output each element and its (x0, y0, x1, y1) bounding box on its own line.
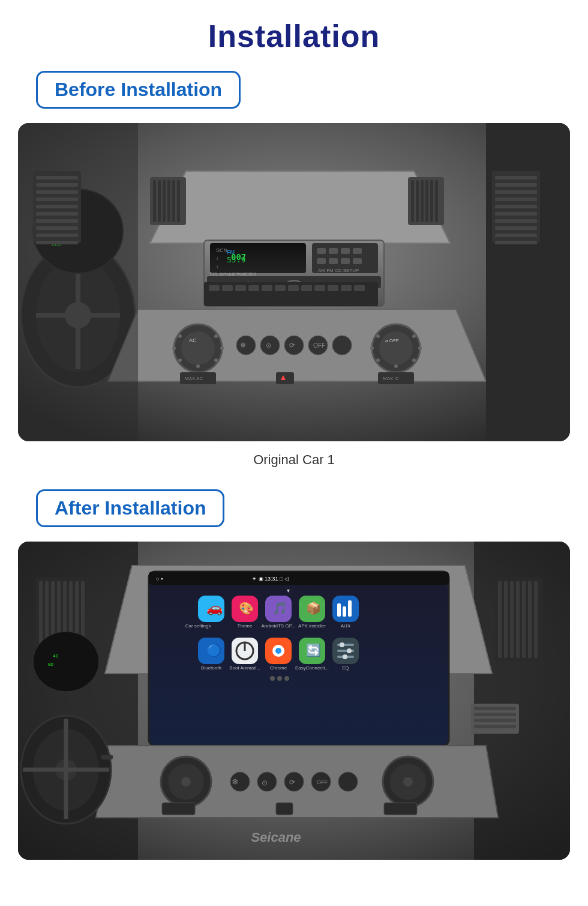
svg-rect-97 (486, 123, 570, 441)
svg-point-67 (196, 364, 200, 368)
svg-text:80: 80 (48, 662, 53, 667)
svg-text:Chrome: Chrome (270, 665, 287, 671)
svg-rect-38 (317, 258, 326, 264)
svg-text:FM: FM (227, 249, 235, 255)
before-caption: Original Car 1 (253, 452, 335, 468)
svg-rect-160 (343, 606, 346, 617)
svg-point-86 (376, 358, 380, 362)
svg-text:↕: ↕ (216, 264, 218, 270)
svg-text:55.9: 55.9 (227, 255, 245, 264)
svg-rect-204 (162, 803, 195, 815)
svg-point-68 (214, 358, 218, 362)
svg-rect-13 (163, 180, 166, 222)
svg-rect-117 (36, 219, 78, 223)
svg-rect-57 (314, 285, 325, 291)
svg-text:○  ▪: ○ ▪ (156, 576, 163, 582)
svg-point-187 (277, 676, 282, 681)
svg-point-191 (181, 777, 191, 787)
svg-rect-35 (329, 248, 338, 254)
svg-text:📦: 📦 (306, 601, 321, 615)
svg-rect-39 (329, 258, 338, 264)
svg-rect-40 (341, 258, 350, 264)
svg-rect-135 (504, 581, 508, 658)
svg-rect-18 (411, 180, 414, 222)
svg-rect-34 (317, 248, 326, 254)
svg-text:40: 40 (53, 653, 58, 659)
svg-rect-101 (495, 190, 537, 194)
svg-rect-50 (222, 285, 233, 291)
svg-rect-58 (328, 285, 338, 291)
svg-point-71 (236, 336, 256, 355)
svg-point-188 (284, 676, 289, 681)
svg-text:🎵: 🎵 (272, 601, 287, 615)
svg-point-85 (370, 346, 374, 350)
svg-rect-105 (495, 219, 537, 223)
svg-point-84 (376, 334, 380, 338)
svg-rect-11 (153, 180, 156, 222)
svg-text:↕: ↕ (216, 256, 218, 261)
svg-text:AUX: AUX (341, 623, 351, 629)
svg-point-65 (172, 346, 176, 350)
svg-text:Theme: Theme (238, 623, 253, 629)
svg-rect-21 (425, 180, 428, 222)
svg-rect-134 (498, 581, 502, 658)
svg-rect-115 (36, 205, 78, 208)
svg-text:OFF: OFF (313, 342, 325, 349)
svg-rect-138 (522, 581, 526, 658)
after-installation-image: ○ ▪ ✴ ◉ 13:31 □ ◁ ▾ 🚗 Car settings 🎨 The… (18, 542, 570, 860)
svg-rect-218 (474, 707, 516, 710)
svg-point-90 (412, 334, 416, 338)
svg-rect-103 (495, 205, 537, 208)
after-installation-badge: After Installation (36, 489, 224, 527)
svg-rect-56 (301, 285, 312, 291)
svg-text:⊙: ⊙ (266, 342, 271, 349)
svg-text:车机. &#%&@7#W80000: 车机. &#%&@7#W80000 (209, 272, 256, 276)
svg-text:❄: ❄ (232, 777, 239, 787)
svg-text:🎨: 🎨 (239, 601, 254, 615)
svg-rect-140 (534, 581, 538, 658)
svg-text:OFF: OFF (317, 779, 328, 785)
svg-rect-120 (36, 241, 78, 244)
svg-point-64 (178, 334, 182, 338)
svg-rect-16 (177, 180, 180, 222)
svg-rect-53 (262, 285, 272, 291)
svg-rect-113 (36, 190, 78, 194)
svg-rect-52 (248, 285, 259, 291)
svg-text:Boot Animati...: Boot Animati... (229, 665, 260, 671)
svg-point-70 (214, 334, 218, 338)
svg-rect-19 (416, 180, 419, 222)
svg-text:⟳: ⟳ (289, 341, 295, 349)
svg-rect-159 (337, 603, 341, 617)
svg-rect-118 (36, 226, 78, 230)
svg-rect-60 (354, 285, 365, 291)
svg-text:APK installer: APK installer (298, 623, 326, 629)
svg-rect-107 (495, 234, 537, 237)
svg-point-89 (418, 346, 422, 350)
svg-text:▲: ▲ (279, 372, 287, 382)
svg-point-82 (379, 331, 413, 365)
svg-rect-51 (235, 285, 246, 291)
svg-text:AM     FM     CD    SETUP: AM FM CD SETUP (318, 268, 359, 273)
svg-rect-219 (474, 713, 516, 716)
svg-rect-102 (495, 198, 537, 201)
svg-text:⟳: ⟳ (289, 778, 295, 787)
svg-point-186 (270, 676, 275, 681)
svg-rect-109 (18, 123, 138, 441)
svg-point-62 (181, 331, 215, 365)
svg-rect-49 (209, 285, 220, 291)
svg-text:Car settings: Car settings (185, 623, 211, 629)
svg-rect-111 (36, 176, 78, 180)
svg-text:EasyConnecti...: EasyConnecti... (295, 665, 329, 671)
svg-text:MAX AC: MAX AC (185, 376, 203, 381)
svg-rect-221 (474, 725, 516, 728)
svg-point-69 (220, 346, 224, 350)
svg-rect-136 (510, 581, 514, 658)
svg-rect-59 (341, 285, 352, 291)
svg-rect-161 (348, 600, 352, 617)
svg-rect-216 (101, 755, 113, 760)
svg-rect-114 (36, 198, 78, 201)
svg-text:SCN: SCN (216, 247, 227, 253)
svg-text:▾: ▾ (287, 587, 290, 594)
svg-rect-41 (353, 258, 362, 264)
svg-text:🔄: 🔄 (306, 643, 321, 657)
